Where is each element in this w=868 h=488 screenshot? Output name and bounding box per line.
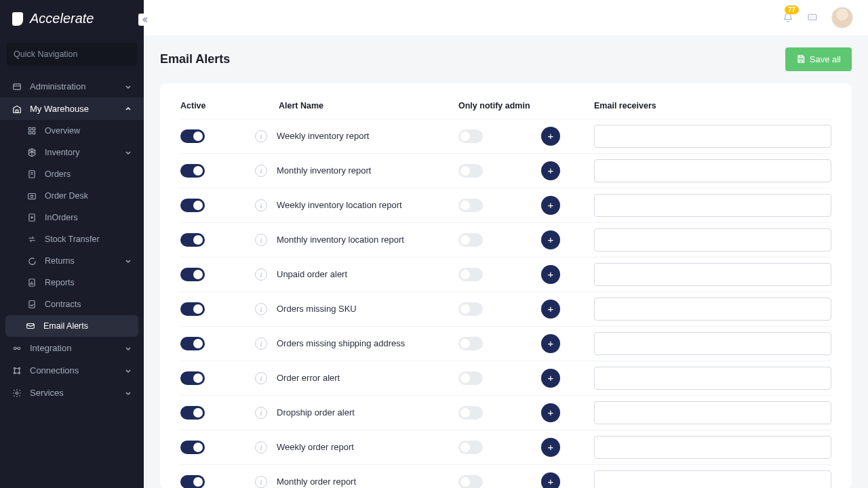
only-admin-toggle[interactable] bbox=[458, 337, 483, 350]
active-toggle[interactable] bbox=[180, 233, 205, 247]
brand-name: Accelerate bbox=[30, 11, 94, 26]
email-receiver-input[interactable] bbox=[594, 125, 831, 148]
sidebar-item-order-desk[interactable]: Order Desk bbox=[0, 185, 144, 207]
info-icon[interactable]: i bbox=[255, 268, 267, 281]
info-icon[interactable]: i bbox=[255, 234, 267, 246]
add-receiver-button[interactable]: + bbox=[541, 127, 560, 146]
svg-point-11 bbox=[31, 195, 33, 198]
svg-rect-10 bbox=[28, 194, 36, 199]
info-icon[interactable]: i bbox=[255, 130, 267, 142]
sidebar-item-reports[interactable]: Reports bbox=[0, 272, 144, 293]
brand-row: Accelerate bbox=[0, 0, 144, 37]
email-receiver-input[interactable] bbox=[594, 401, 831, 424]
sidebar-item-integration[interactable]: Integration bbox=[0, 337, 144, 359]
save-all-button[interactable]: Save all bbox=[785, 47, 852, 71]
sidebar-item-email-alerts[interactable]: Email Alerts bbox=[5, 315, 138, 337]
only-admin-toggle[interactable] bbox=[458, 441, 483, 454]
active-toggle[interactable] bbox=[180, 302, 205, 316]
email-receiver-input[interactable] bbox=[594, 159, 831, 182]
sidebar-item-stock-transfer[interactable]: Stock Transfer bbox=[0, 228, 144, 250]
info-icon[interactable]: i bbox=[255, 303, 267, 315]
sidebar-item-administration[interactable]: Administration bbox=[0, 75, 144, 98]
email-receiver-input[interactable] bbox=[594, 436, 831, 459]
sidebar-item-services[interactable]: Services bbox=[0, 382, 144, 404]
info-icon[interactable]: i bbox=[255, 441, 267, 453]
only-admin-toggle[interactable] bbox=[458, 233, 483, 247]
table-row: iMonthly order report+ bbox=[180, 464, 831, 488]
active-toggle[interactable] bbox=[180, 337, 205, 350]
info-icon[interactable]: i bbox=[255, 476, 267, 488]
sidebar-item-inorders[interactable]: InOrders bbox=[0, 207, 144, 228]
returns-icon bbox=[27, 256, 37, 266]
save-icon bbox=[796, 54, 806, 64]
add-receiver-button[interactable]: + bbox=[541, 196, 560, 215]
email-receiver-input[interactable] bbox=[594, 298, 831, 321]
svg-point-23 bbox=[18, 367, 20, 369]
sidebar-item-orders[interactable]: Orders bbox=[0, 163, 144, 185]
add-receiver-button[interactable]: + bbox=[541, 161, 560, 180]
quick-navigation[interactable]: Quick Navigation bbox=[7, 43, 137, 66]
reports-icon bbox=[27, 278, 37, 287]
only-admin-toggle[interactable] bbox=[458, 302, 483, 316]
email-receiver-input[interactable] bbox=[594, 228, 831, 251]
sidebar-collapse-button[interactable] bbox=[138, 14, 151, 26]
active-toggle[interactable] bbox=[180, 268, 205, 281]
email-receiver-input[interactable] bbox=[594, 470, 831, 488]
table-header: Active Alert Name Only notify admin Emai… bbox=[180, 97, 831, 119]
active-toggle[interactable] bbox=[180, 475, 205, 488]
messages-icon[interactable] bbox=[807, 12, 818, 23]
sidebar-item-label: Returns bbox=[45, 256, 75, 266]
only-admin-toggle[interactable] bbox=[458, 199, 483, 212]
sidebar: Accelerate Quick Navigation Administrati… bbox=[0, 0, 144, 488]
sidebar-item-label: Inventory bbox=[45, 148, 79, 157]
active-toggle[interactable] bbox=[180, 129, 205, 143]
only-admin-toggle[interactable] bbox=[458, 406, 483, 420]
active-toggle[interactable] bbox=[180, 441, 205, 454]
sidebar-item-contracts[interactable]: Contracts bbox=[0, 293, 144, 315]
sidebar-item-connections[interactable]: Connections bbox=[0, 359, 144, 382]
add-receiver-button[interactable]: + bbox=[541, 300, 560, 319]
info-icon[interactable]: i bbox=[255, 338, 267, 350]
svg-rect-4 bbox=[33, 127, 35, 130]
only-admin-toggle[interactable] bbox=[458, 268, 483, 281]
sidebar-item-label: Overview bbox=[45, 126, 80, 136]
notifications-icon[interactable]: 77 bbox=[783, 12, 793, 23]
add-receiver-button[interactable]: + bbox=[541, 438, 560, 457]
sidebar-item-label: Orders bbox=[45, 169, 71, 179]
add-receiver-button[interactable]: + bbox=[541, 230, 560, 249]
sidebar-item-returns[interactable]: Returns bbox=[0, 250, 144, 272]
only-admin-toggle[interactable] bbox=[458, 164, 483, 178]
add-receiver-button[interactable]: + bbox=[541, 369, 560, 388]
info-icon[interactable]: i bbox=[255, 407, 267, 419]
topbar: 77 bbox=[144, 0, 868, 35]
chevron-down-icon bbox=[125, 345, 132, 352]
active-toggle[interactable] bbox=[180, 371, 205, 385]
sidebar-item-label: Contracts bbox=[45, 300, 81, 309]
alert-name: Dropship order alert bbox=[277, 407, 355, 418]
add-receiver-button[interactable]: + bbox=[541, 472, 560, 488]
email-receiver-input[interactable] bbox=[594, 367, 831, 390]
svg-point-22 bbox=[14, 367, 15, 369]
add-receiver-button[interactable]: + bbox=[541, 403, 560, 422]
only-admin-toggle[interactable] bbox=[458, 371, 483, 385]
active-toggle[interactable] bbox=[180, 406, 205, 420]
email-receiver-input[interactable] bbox=[594, 332, 831, 355]
sidebar-item-label: Stock Transfer bbox=[45, 235, 100, 244]
info-icon[interactable]: i bbox=[255, 372, 267, 384]
sidebar-item-overview[interactable]: Overview bbox=[0, 120, 144, 142]
add-receiver-button[interactable]: + bbox=[541, 265, 560, 284]
sidebar-item-inventory[interactable]: Inventory bbox=[0, 142, 144, 163]
sidebar-item-my-warehouse[interactable]: My Warehouse bbox=[0, 98, 144, 120]
email-receiver-input[interactable] bbox=[594, 194, 831, 217]
active-toggle[interactable] bbox=[180, 199, 205, 212]
avatar[interactable] bbox=[831, 7, 853, 28]
info-icon[interactable]: i bbox=[255, 199, 267, 211]
email-receiver-input[interactable] bbox=[594, 263, 831, 286]
only-admin-toggle[interactable] bbox=[458, 475, 483, 488]
active-toggle[interactable] bbox=[180, 164, 205, 178]
info-icon[interactable]: i bbox=[255, 165, 267, 177]
alert-name: Order error alert bbox=[277, 373, 340, 383]
sidebar-item-label: Services bbox=[30, 388, 64, 398]
only-admin-toggle[interactable] bbox=[458, 129, 483, 143]
add-receiver-button[interactable]: + bbox=[541, 334, 560, 353]
